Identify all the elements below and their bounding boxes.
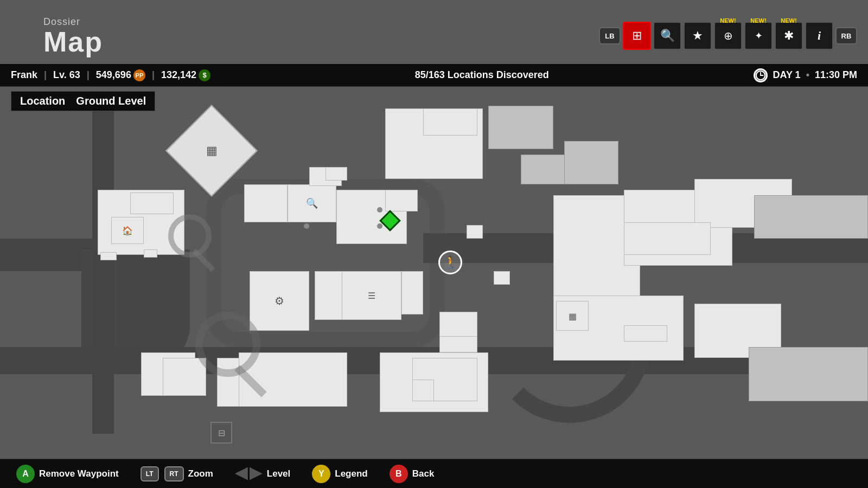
legend-hint: Y Legend	[312, 465, 367, 483]
zoom-hint: LT RT Zoom	[141, 466, 213, 481]
b-button[interactable]: B	[390, 465, 408, 483]
info-icon: i	[818, 29, 821, 43]
a-button[interactable]: A	[16, 465, 35, 483]
pp-badge: PP	[133, 69, 145, 81]
magnifier-decoration	[168, 214, 212, 258]
house-map-icon: 🏠	[122, 226, 133, 236]
location-bar: Location Ground Level	[11, 91, 155, 111]
map-grid-button[interactable]: ⊞	[623, 22, 651, 50]
rt-button[interactable]: RT	[164, 466, 184, 481]
stats-bar: Frank | Lv. 63 | 549,696 PP | 132,142 $ …	[0, 64, 868, 87]
y-label: Y	[318, 469, 324, 479]
grid-building-right: ▦	[556, 301, 589, 331]
title-map: Map	[43, 28, 103, 56]
locations-discovered: 85/163 Locations Discovered	[415, 69, 549, 80]
player-level: Lv. 63	[53, 69, 80, 81]
clock-icon	[754, 68, 768, 82]
back-hint: B Back	[390, 465, 435, 483]
dollar-badge: $	[199, 69, 210, 81]
time-label: 11:30 PM	[815, 69, 857, 81]
tools-button[interactable]: NEW! ✦	[744, 22, 773, 50]
tools-icon: ✦	[755, 30, 763, 42]
a-label: A	[22, 469, 29, 479]
sep2: |	[87, 69, 90, 81]
target-button[interactable]: NEW! ⊕	[714, 22, 742, 50]
grid-map-icon-right: ▦	[569, 311, 577, 321]
rt-label: RT	[170, 470, 178, 478]
search-button[interactable]: 🔍	[653, 22, 681, 50]
back-label: Back	[412, 468, 435, 479]
toolbar: LB ⊞ 🔍 ★ NEW! ⊕ NEW! ✦ NEW! ✱ i RB	[599, 22, 857, 50]
dpad-right[interactable]	[250, 467, 263, 480]
asterisk-icon: ✱	[784, 29, 794, 43]
dpad-buttons	[235, 467, 263, 480]
rb-button[interactable]: RB	[835, 27, 857, 44]
star-button[interactable]: ★	[684, 22, 712, 50]
cog-map-icon: ⚙	[275, 294, 284, 307]
player-marker: 🚶	[438, 251, 462, 274]
sep1: |	[44, 69, 47, 81]
location-label: Location	[20, 95, 65, 107]
stats-left: Frank | Lv. 63 | 549,696 PP | 132,142 $	[11, 69, 210, 81]
lb-button[interactable]: LB	[599, 27, 621, 44]
new-badge-asterisk: NEW!	[781, 17, 796, 24]
level-hint: Level	[235, 467, 290, 480]
asterisk-button[interactable]: NEW! ✱	[775, 22, 803, 50]
search-icon: 🔍	[660, 29, 675, 43]
remove-waypoint-label: Remove Waypoint	[39, 468, 119, 479]
dpad-left[interactable]	[235, 467, 248, 480]
new-badge-target: NEW!	[720, 17, 736, 24]
large-magnifier	[195, 312, 260, 377]
new-badge-tools: NEW!	[750, 17, 766, 24]
bottom-hud: A Remove Waypoint LT RT Zoom Level Y Leg…	[0, 459, 868, 488]
house-building: 🏠	[111, 217, 144, 244]
target-icon: ⊕	[724, 29, 733, 42]
y-button[interactable]: Y	[312, 465, 330, 483]
location-value: Ground Level	[76, 95, 146, 107]
day-label: DAY 1	[773, 69, 801, 81]
money-amount: 132,142	[161, 69, 196, 81]
search-map-icon: 🔍	[306, 197, 318, 209]
b-label: B	[395, 469, 402, 479]
list-map-icon: ☰	[368, 291, 375, 301]
grid-map-icon: ▦	[206, 144, 218, 158]
star-icon: ★	[692, 29, 703, 43]
remove-waypoint-hint: A Remove Waypoint	[16, 465, 119, 483]
sep3: |	[152, 69, 155, 81]
lt-button[interactable]: LT	[141, 466, 159, 481]
zoom-label: Zoom	[188, 468, 213, 479]
level-label: Level	[267, 468, 290, 479]
dot-separator: •	[806, 69, 809, 81]
stats-right: DAY 1 • 11:30 PM	[754, 68, 857, 82]
legend-label: Legend	[335, 468, 367, 479]
stats-center: 85/163 Locations Discovered	[210, 69, 754, 81]
map-grid-icon: ⊞	[632, 29, 642, 43]
bottom-map-icon: ⊟	[210, 422, 232, 444]
lt-label: LT	[146, 470, 154, 478]
title-block: Dossier Map	[43, 16, 103, 56]
pp-amount: 549,696	[96, 69, 131, 81]
player-name: Frank	[11, 69, 37, 81]
info-button[interactable]: i	[805, 22, 833, 50]
